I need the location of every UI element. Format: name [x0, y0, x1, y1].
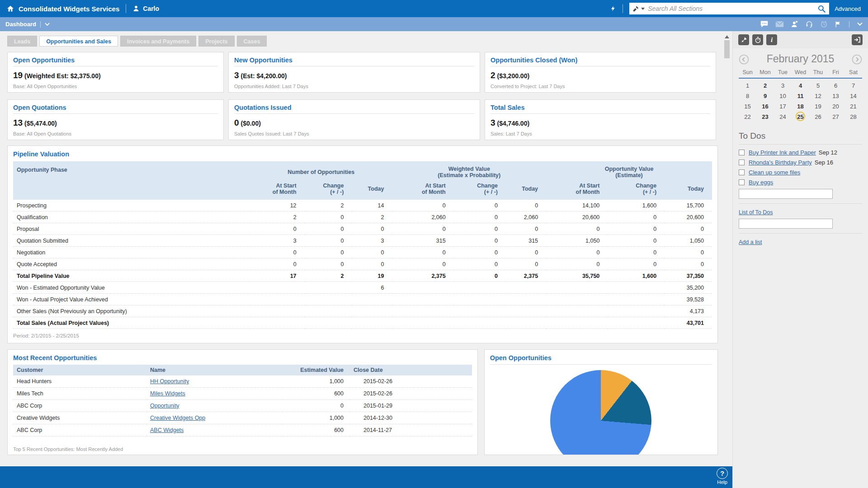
- add-a-list-link[interactable]: Add a list: [739, 239, 762, 245]
- calendar-day-19[interactable]: 19: [809, 101, 827, 112]
- opportunity-link[interactable]: ABC Widgets: [150, 427, 184, 433]
- value-cell: 0: [665, 247, 712, 258]
- opportunity-link[interactable]: HH Opportunity: [150, 378, 189, 385]
- calendar-day-5[interactable]: 5: [809, 80, 827, 91]
- value-cell: 0: [506, 247, 546, 258]
- calendar-day-14[interactable]: 14: [844, 91, 862, 101]
- home-icon[interactable]: [6, 5, 14, 13]
- list-of-todos-link[interactable]: List of To Dos: [739, 209, 773, 216]
- panel-chevron-down-icon[interactable]: [857, 22, 863, 26]
- tab-cases[interactable]: Cases: [237, 36, 267, 47]
- collapse-panel-icon[interactable]: [852, 34, 863, 45]
- contact-badge-icon[interactable]: [791, 20, 798, 28]
- calendar-day-27[interactable]: 27: [827, 112, 844, 122]
- calendar-day-11[interactable]: 11: [792, 91, 809, 101]
- calendar-day-3[interactable]: 3: [774, 80, 792, 91]
- calendar-day-22[interactable]: 22: [739, 112, 756, 122]
- vertical-scrollbar[interactable]: [723, 33, 731, 466]
- search-icon[interactable]: [817, 5, 826, 13]
- calendar-day-24[interactable]: 24: [774, 112, 792, 122]
- todo-link[interactable]: Buy eggs: [749, 179, 773, 186]
- calendar-day-12[interactable]: 12: [809, 91, 827, 101]
- calendar-day-9[interactable]: 9: [756, 91, 774, 101]
- calendar-widget: February 2015 SunMonTueWedThuFriSat 1234…: [733, 48, 868, 122]
- estimated-value-cell: 600: [282, 388, 350, 400]
- calendar-day-name: Mon: [756, 69, 774, 75]
- help-button[interactable]: ? Help: [717, 468, 728, 485]
- card-footnote: Base: All Open Opportunities: [13, 84, 77, 89]
- todo-link[interactable]: Clean up some files: [749, 169, 800, 176]
- alarm-icon[interactable]: [820, 20, 828, 28]
- scrollbar-thumb[interactable]: [724, 40, 730, 58]
- value-cell: 3: [250, 235, 305, 247]
- email-icon[interactable]: [775, 21, 784, 28]
- calendar-day-17[interactable]: 17: [774, 101, 792, 112]
- value-cell: [608, 317, 665, 329]
- calendar-day-28[interactable]: 28: [844, 112, 862, 122]
- advanced-search-link[interactable]: Advanced: [835, 5, 861, 12]
- calendar-day-13[interactable]: 13: [827, 91, 844, 101]
- calendar-prev-icon[interactable]: [739, 54, 749, 66]
- value-cell: [305, 294, 352, 305]
- value-cell: 0: [454, 258, 506, 270]
- calendar-day-1[interactable]: 1: [739, 80, 756, 91]
- todo-list: Buy Printer Ink and PaperSep 12Rhonda's …: [739, 149, 862, 186]
- estimated-value-cell: 600: [282, 424, 350, 436]
- todo-checkbox[interactable]: [739, 179, 745, 185]
- value-cell: 0: [352, 247, 392, 258]
- tab-invoices-and-payments[interactable]: Invoices and Payments: [120, 36, 196, 47]
- calendar-day-10[interactable]: 10: [774, 91, 792, 101]
- quick-add-lightning-icon[interactable]: [610, 5, 616, 13]
- comments-icon[interactable]: [760, 20, 769, 28]
- value-cell: 1,050: [665, 235, 712, 247]
- search-input[interactable]: [648, 5, 817, 12]
- calendar-day-16[interactable]: 16: [756, 101, 774, 112]
- todo-checkbox[interactable]: [739, 169, 745, 175]
- pin-icon[interactable]: [738, 34, 749, 45]
- breadcrumb-chevron-down-icon[interactable]: [45, 23, 50, 26]
- calendar-day-18[interactable]: 18: [792, 101, 809, 112]
- calendar-day-6[interactable]: 6: [827, 80, 844, 91]
- calendar-day-2[interactable]: 2: [756, 80, 774, 91]
- calendar-day-25[interactable]: 25: [792, 112, 809, 122]
- tab-projects[interactable]: Projects: [198, 36, 234, 47]
- search-scope-caret-icon[interactable]: [641, 8, 645, 10]
- timer-icon[interactable]: [752, 34, 763, 45]
- todo-checkbox[interactable]: [739, 160, 745, 165]
- calendar-day-26[interactable]: 26: [809, 112, 827, 122]
- calendar-day-21[interactable]: 21: [844, 101, 862, 112]
- calendar-day-20[interactable]: 20: [827, 101, 844, 112]
- todo-link[interactable]: Buy Printer Ink and Paper: [749, 149, 816, 156]
- card-title: Quotations Issued: [234, 104, 474, 114]
- opportunity-link[interactable]: Miles Widgets: [150, 390, 185, 397]
- value-cell: 0: [546, 258, 608, 270]
- opportunity-link[interactable]: Creative Widgets Opp: [150, 415, 205, 421]
- breadcrumb[interactable]: Dashboard: [5, 21, 36, 28]
- tab-leads[interactable]: Leads: [7, 36, 37, 47]
- value-cell: [305, 305, 352, 317]
- new-todo-input[interactable]: [739, 189, 833, 199]
- user-icon[interactable]: [132, 5, 140, 12]
- todo-checkbox[interactable]: [739, 150, 745, 155]
- support-headset-icon[interactable]: [805, 20, 813, 28]
- new-list-input[interactable]: [739, 219, 833, 229]
- info-icon[interactable]: i: [766, 34, 777, 45]
- calendar-day-15[interactable]: 15: [739, 101, 756, 112]
- estimated-value-cell: 0: [282, 400, 350, 412]
- user-name[interactable]: Carlo: [143, 5, 159, 12]
- calendar-day-4[interactable]: 4: [792, 80, 809, 91]
- value-cell: [454, 305, 506, 317]
- calendar-day-7[interactable]: 7: [844, 80, 862, 91]
- tab-opportunities-and-sales[interactable]: Opportunities and Sales: [39, 36, 118, 47]
- calendar-day-23[interactable]: 23: [756, 112, 774, 122]
- todo-link[interactable]: Rhonda's Birthday Party: [749, 159, 812, 166]
- opportunity-link[interactable]: Opportunity: [150, 403, 179, 409]
- scroll-up-arrow-icon[interactable]: [725, 35, 729, 38]
- flag-icon[interactable]: [835, 20, 841, 28]
- calendar-day-8[interactable]: 8: [739, 91, 756, 101]
- calendar-next-icon[interactable]: [852, 54, 862, 66]
- tools-icon[interactable]: [632, 5, 639, 12]
- divider: [623, 4, 623, 13]
- todos-section: To Dos Buy Printer Ink and PaperSep 12Rh…: [733, 122, 868, 246]
- card-value: 13 ($5,474.00): [13, 118, 218, 128]
